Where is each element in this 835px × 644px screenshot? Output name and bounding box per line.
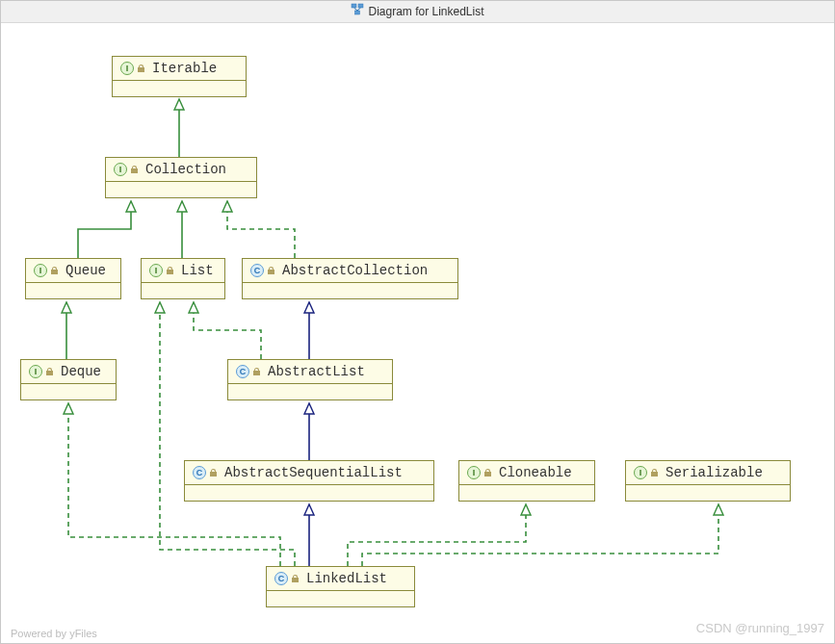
node-queue[interactable]: I Queue <box>25 258 121 299</box>
node-abstractlist[interactable]: C AbstractList <box>227 359 393 400</box>
diagram-window: Diagram for LinkedList <box>0 0 835 644</box>
lock-icon <box>291 574 300 583</box>
svg-rect-2 <box>355 11 360 14</box>
node-linkedlist[interactable]: C LinkedList <box>266 566 415 607</box>
edge-linkedlist-list <box>160 302 295 566</box>
class-label: Deque <box>61 364 101 379</box>
class-label: Queue <box>65 263 106 278</box>
lock-icon <box>252 367 262 376</box>
lock-icon <box>130 165 140 174</box>
class-icon: C <box>250 264 264 277</box>
edge-abslist-list <box>194 302 261 359</box>
class-label: AbstractList <box>268 364 365 379</box>
class-label: List <box>181 263 214 278</box>
edge-linkedlist-serializable <box>362 504 718 566</box>
watermark-label: CSDN @running_1997 <box>696 621 824 635</box>
diagram-icon <box>351 2 364 23</box>
node-cloneable[interactable]: I Cloneable <box>458 460 595 502</box>
edge-queue-collection <box>78 201 131 258</box>
lock-icon <box>650 468 660 477</box>
node-iterable[interactable]: I Iterable <box>112 56 247 97</box>
edge-abscol-collection <box>227 201 295 258</box>
class-label: Iterable <box>152 61 217 76</box>
node-collection[interactable]: I Collection <box>105 157 257 198</box>
diagram-canvas[interactable]: I Iterable I Collection I Queue <box>1 22 834 643</box>
node-abstractcollection[interactable]: C AbstractCollection <box>242 258 458 299</box>
window-title: Diagram for LinkedList <box>368 5 483 18</box>
interface-icon: I <box>29 365 42 378</box>
edges-layer <box>1 22 834 643</box>
class-label: AbstractSequentialList <box>224 465 403 480</box>
interface-icon: I <box>467 466 481 479</box>
interface-icon: I <box>634 466 647 479</box>
interface-icon: I <box>149 264 163 277</box>
powered-by-label: Powered by yFiles <box>11 628 97 639</box>
svg-rect-0 <box>352 4 356 8</box>
lock-icon <box>483 468 493 477</box>
lock-icon <box>137 64 146 73</box>
svg-line-3 <box>354 8 358 11</box>
lock-icon <box>166 266 175 275</box>
node-serializable[interactable]: I Serializable <box>625 460 791 502</box>
class-label: AbstractCollection <box>282 263 428 278</box>
class-label: Cloneable <box>499 465 572 480</box>
class-icon: C <box>193 466 206 479</box>
class-label: Collection <box>145 162 226 177</box>
interface-icon: I <box>120 62 134 75</box>
lock-icon <box>209 468 219 477</box>
interface-icon: I <box>114 163 127 176</box>
title-bar: Diagram for LinkedList <box>1 1 834 23</box>
edge-linkedlist-cloneable <box>348 504 526 566</box>
class-label: Serializable <box>665 465 763 480</box>
class-label: LinkedList <box>306 571 387 586</box>
node-deque[interactable]: I Deque <box>20 359 117 400</box>
lock-icon <box>50 266 60 275</box>
node-list[interactable]: I List <box>141 258 225 299</box>
interface-icon: I <box>34 264 47 277</box>
svg-line-4 <box>357 8 361 11</box>
lock-icon <box>267 266 276 275</box>
class-icon: C <box>274 572 288 585</box>
class-icon: C <box>236 365 249 378</box>
node-abstractsequentiallist[interactable]: C AbstractSequentialList <box>184 460 434 502</box>
lock-icon <box>45 367 55 376</box>
svg-rect-1 <box>358 4 363 8</box>
